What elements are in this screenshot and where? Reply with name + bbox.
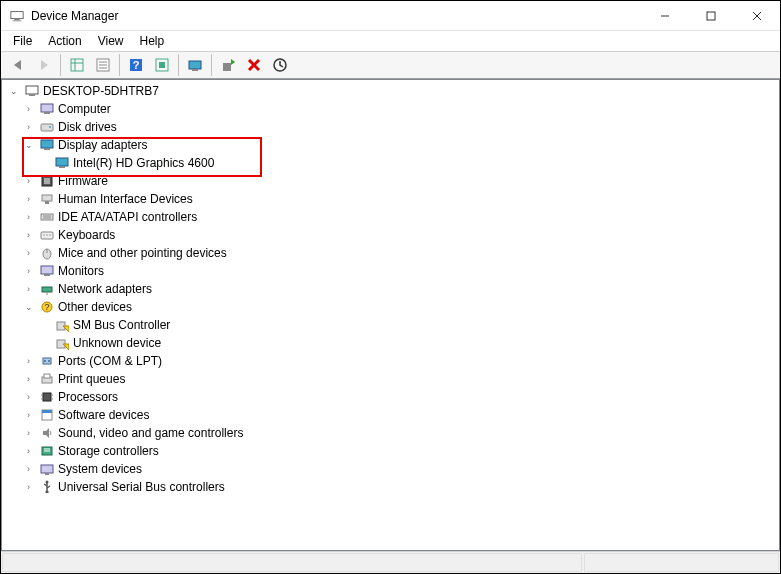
svg-point-44 bbox=[49, 234, 50, 235]
tree-item-print-queues[interactable]: ›Print queues bbox=[2, 370, 779, 388]
svg-point-43 bbox=[46, 234, 47, 235]
svg-text:?: ? bbox=[133, 59, 140, 71]
tree-item-display-child[interactable]: Intel(R) HD Graphics 4600 bbox=[2, 154, 779, 172]
chevron-right-icon[interactable]: › bbox=[21, 120, 36, 135]
uninstall-button[interactable] bbox=[242, 53, 266, 77]
svg-rect-25 bbox=[29, 94, 35, 96]
chevron-right-icon[interactable]: › bbox=[21, 246, 36, 261]
ide-icon bbox=[39, 209, 55, 225]
toolbar-separator bbox=[60, 54, 61, 76]
chevron-right-icon[interactable]: › bbox=[21, 282, 36, 297]
tree-item-processors[interactable]: ›Processors bbox=[2, 388, 779, 406]
root-label: DESKTOP-5DHTRB7 bbox=[43, 84, 159, 98]
tree-item-system-devices[interactable]: ›System devices bbox=[2, 460, 779, 478]
svg-rect-60 bbox=[43, 393, 51, 401]
window-title: Device Manager bbox=[31, 9, 642, 23]
svg-rect-36 bbox=[42, 195, 52, 201]
add-hardware-button[interactable] bbox=[216, 53, 240, 77]
storage-icon bbox=[39, 443, 55, 459]
svg-rect-18 bbox=[189, 61, 201, 69]
chevron-right-icon[interactable]: › bbox=[21, 462, 36, 477]
svg-rect-47 bbox=[41, 266, 53, 274]
chevron-right-icon[interactable]: › bbox=[21, 480, 36, 495]
tree-item-display-adapters[interactable]: ⌄Display adapters bbox=[2, 136, 779, 154]
chevron-down-icon[interactable]: ⌄ bbox=[6, 84, 21, 99]
menu-file[interactable]: File bbox=[5, 32, 40, 50]
chevron-right-icon[interactable]: › bbox=[21, 192, 36, 207]
tree-container[interactable]: ⌄ DESKTOP-5DHTRB7 ›Computer ›Disk drives… bbox=[1, 79, 780, 551]
maximize-button[interactable] bbox=[688, 1, 734, 31]
svg-rect-19 bbox=[192, 69, 198, 71]
tree-item-unknown[interactable]: Unknown device bbox=[2, 334, 779, 352]
tree-item-mice[interactable]: ›Mice and other pointing devices bbox=[2, 244, 779, 262]
toolbar: ? bbox=[1, 51, 780, 79]
other-icon: ? bbox=[39, 299, 55, 315]
tree-item-sound[interactable]: ›Sound, video and game controllers bbox=[2, 424, 779, 442]
chevron-right-icon[interactable]: › bbox=[21, 444, 36, 459]
computer-icon bbox=[24, 83, 40, 99]
help-button[interactable]: ? bbox=[124, 53, 148, 77]
chevron-right-icon[interactable]: › bbox=[21, 426, 36, 441]
minimize-button[interactable] bbox=[642, 1, 688, 31]
svg-rect-48 bbox=[44, 274, 50, 276]
status-cell bbox=[2, 553, 582, 572]
action-button[interactable] bbox=[150, 53, 174, 77]
chevron-right-icon[interactable]: › bbox=[21, 228, 36, 243]
chevron-right-icon[interactable]: › bbox=[21, 264, 36, 279]
chevron-right-icon[interactable]: › bbox=[21, 372, 36, 387]
tree-item-hid[interactable]: ›Human Interface Devices bbox=[2, 190, 779, 208]
hid-icon bbox=[39, 191, 55, 207]
app-icon bbox=[9, 8, 25, 24]
svg-rect-27 bbox=[44, 112, 50, 114]
tree-item-keyboards[interactable]: ›Keyboards bbox=[2, 226, 779, 244]
tree-item-storage[interactable]: ›Storage controllers bbox=[2, 442, 779, 460]
chevron-down-icon[interactable]: ⌄ bbox=[21, 300, 36, 315]
properties-button[interactable] bbox=[91, 53, 115, 77]
chevron-right-icon[interactable]: › bbox=[21, 210, 36, 225]
menu-view[interactable]: View bbox=[90, 32, 132, 50]
menu-action[interactable]: Action bbox=[40, 32, 89, 50]
network-icon bbox=[39, 281, 55, 297]
show-hide-tree-button[interactable] bbox=[65, 53, 89, 77]
tree-item-ports[interactable]: ›Ports (COM & LPT) bbox=[2, 352, 779, 370]
chevron-right-icon[interactable]: › bbox=[21, 408, 36, 423]
forward-button[interactable] bbox=[32, 53, 56, 77]
svg-rect-70 bbox=[41, 465, 53, 473]
tree-item-computer[interactable]: ›Computer bbox=[2, 100, 779, 118]
svg-rect-28 bbox=[41, 124, 53, 131]
svg-point-57 bbox=[48, 360, 50, 362]
processor-icon bbox=[39, 389, 55, 405]
tree-item-firmware[interactable]: ›Firmware bbox=[2, 172, 779, 190]
chevron-right-icon[interactable]: › bbox=[21, 102, 36, 117]
warning-icon bbox=[54, 335, 70, 351]
svg-rect-31 bbox=[44, 148, 50, 150]
svg-text:?: ? bbox=[44, 302, 49, 312]
software-icon bbox=[39, 407, 55, 423]
tree-root[interactable]: ⌄ DESKTOP-5DHTRB7 bbox=[2, 82, 779, 100]
tree-item-monitors[interactable]: ›Monitors bbox=[2, 262, 779, 280]
chevron-right-icon[interactable]: › bbox=[21, 354, 36, 369]
menu-help[interactable]: Help bbox=[132, 32, 173, 50]
tree-item-other-devices[interactable]: ⌄?Other devices bbox=[2, 298, 779, 316]
tree-item-software-devices[interactable]: ›Software devices bbox=[2, 406, 779, 424]
toolbar-separator bbox=[211, 54, 212, 76]
tree-item-network[interactable]: ›Network adapters bbox=[2, 280, 779, 298]
computer-icon bbox=[39, 101, 55, 117]
svg-rect-4 bbox=[707, 12, 715, 20]
tree-item-sm-bus[interactable]: SM Bus Controller bbox=[2, 316, 779, 334]
warning-icon bbox=[54, 317, 70, 333]
scan-button[interactable] bbox=[183, 53, 207, 77]
display-icon bbox=[54, 155, 70, 171]
update-driver-button[interactable] bbox=[268, 53, 292, 77]
firmware-icon bbox=[39, 173, 55, 189]
svg-rect-17 bbox=[159, 62, 165, 68]
svg-rect-37 bbox=[45, 201, 49, 204]
back-button[interactable] bbox=[6, 53, 30, 77]
tree-item-disk-drives[interactable]: ›Disk drives bbox=[2, 118, 779, 136]
close-button[interactable] bbox=[734, 1, 780, 31]
chevron-right-icon[interactable]: › bbox=[21, 390, 36, 405]
tree-item-usb[interactable]: ›Universal Serial Bus controllers bbox=[2, 478, 779, 496]
chevron-down-icon[interactable]: ⌄ bbox=[21, 138, 36, 153]
tree-item-ide[interactable]: ›IDE ATA/ATAPI controllers bbox=[2, 208, 779, 226]
chevron-right-icon[interactable]: › bbox=[21, 174, 36, 189]
